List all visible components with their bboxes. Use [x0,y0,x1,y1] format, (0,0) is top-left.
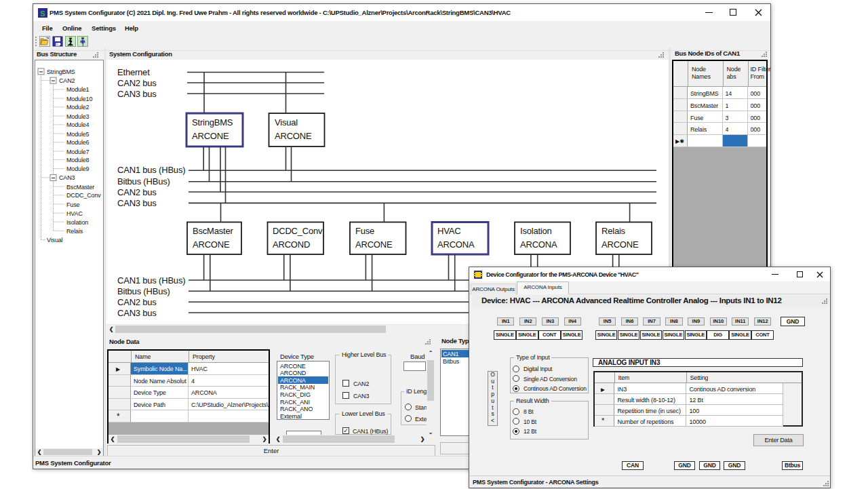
svg-text:Module2: Module2 [66,104,90,111]
svg-text:Relais: Relais [66,228,83,235]
svg-text:ARCONE: ARCONE [193,239,230,250]
svg-text:ARCONA: ARCONA [520,239,557,250]
svg-text:CAN3 bus: CAN3 bus [117,198,157,208]
svg-text:Module3: Module3 [66,113,90,120]
svg-text:CAN2 bus: CAN2 bus [117,297,157,307]
svg-text:Fuse: Fuse [355,226,374,236]
svg-text:Fuse: Fuse [66,201,80,208]
svg-text:CAN2 bus: CAN2 bus [117,78,157,88]
svg-text:DCDC_Conv: DCDC_Conv [66,192,101,199]
svg-text:Visual: Visual [47,237,63,243]
svg-text:BscMaster: BscMaster [66,184,94,191]
svg-text:CAN1 bus (HBus): CAN1 bus (HBus) [117,165,185,175]
svg-text:Visual: Visual [275,117,298,128]
svg-text:Module4: Module4 [66,121,90,128]
svg-text:ARCONE: ARCONE [275,131,312,141]
svg-text:Module1: Module1 [66,86,90,93]
svg-text:HVAC: HVAC [437,226,460,236]
svg-text:StringBMS: StringBMS [192,117,233,128]
svg-text:ARCONE: ARCONE [192,131,229,141]
svg-text:CAN3: CAN3 [59,174,75,181]
svg-text:BscMaster: BscMaster [193,226,233,236]
svg-text:CAN3 bus: CAN3 bus [117,89,157,99]
svg-text:ARCOND: ARCOND [273,239,310,250]
svg-text:CAN2: CAN2 [59,77,75,84]
svg-text:S: S [40,9,45,18]
svg-text:Module6: Module6 [66,139,90,146]
svg-text:CAN2 bus: CAN2 bus [117,187,157,197]
svg-text:Module8: Module8 [66,157,90,163]
svg-text:Bitbus (HBus): Bitbus (HBus) [117,286,170,296]
svg-text:Ethernet: Ethernet [117,67,150,77]
svg-text:Isolation: Isolation [66,219,88,226]
svg-text:Module7: Module7 [66,149,90,155]
svg-text:ARCONE: ARCONE [355,239,393,250]
svg-text:ARCONA: ARCONA [437,239,475,250]
svg-text:Module10: Module10 [66,96,92,102]
svg-text:Module5: Module5 [66,131,90,138]
svg-text:CAN3 bus: CAN3 bus [117,308,157,318]
svg-text:Bitbus (HBus): Bitbus (HBus) [117,176,170,187]
svg-text:ARCONE: ARCONE [601,239,639,250]
svg-text:Isolation: Isolation [520,226,552,236]
svg-text:Relais: Relais [601,226,626,236]
svg-text:Module9: Module9 [66,165,90,172]
svg-text:DCDC_Conv: DCDC_Conv [273,226,323,236]
svg-text:StringBMS: StringBMS [47,69,75,75]
svg-text:HVAC: HVAC [66,210,83,217]
svg-text:CAN1 bus (HBus): CAN1 bus (HBus) [117,275,185,286]
